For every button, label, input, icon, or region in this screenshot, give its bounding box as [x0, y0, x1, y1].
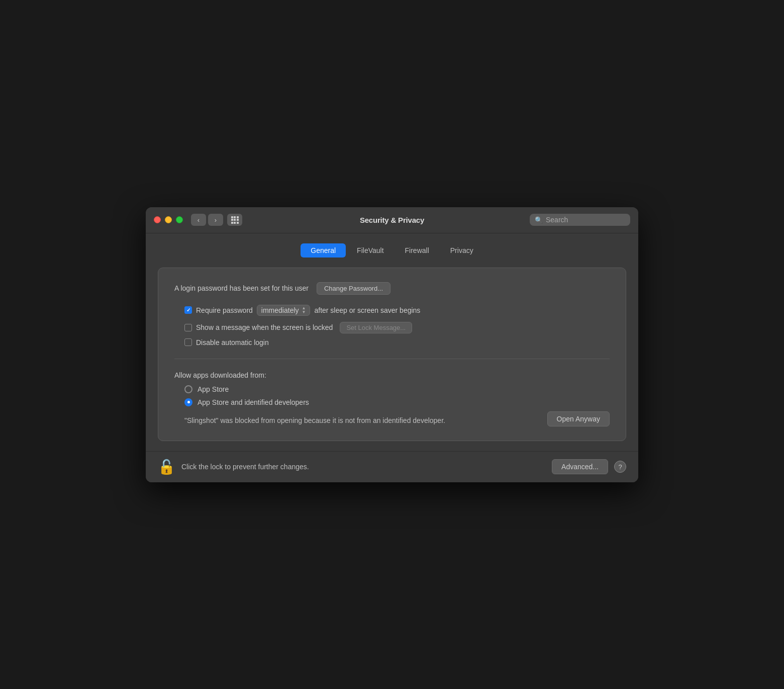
tab-privacy[interactable]: Privacy [440, 243, 483, 257]
disable-login-label: Disable automatic login [196, 338, 269, 347]
change-password-button[interactable]: Change Password... [317, 282, 390, 295]
allow-apps-section: Allow apps downloaded from: App Store Ap… [174, 371, 610, 426]
general-panel: A login password has been set for this u… [158, 268, 626, 441]
window-title: Security & Privacy [360, 216, 424, 224]
require-password-prefix: Require password [196, 306, 253, 314]
show-message-label: Show a message when the screen is locked [196, 323, 333, 331]
disable-login-row: Disable automatic login [174, 338, 610, 347]
app-store-identified-label: App Store and identified developers [198, 398, 309, 406]
password-timing-value: immediately [261, 306, 299, 314]
require-password-checkbox[interactable] [184, 306, 192, 314]
nav-buttons: ‹ › [191, 214, 242, 226]
grid-icon [231, 216, 239, 224]
dropdown-arrows-icon: ▲ ▼ [302, 306, 306, 314]
maximize-button[interactable] [176, 216, 183, 223]
show-message-checkbox[interactable] [184, 324, 192, 331]
app-store-label: App Store [198, 385, 229, 393]
search-input[interactable] [546, 216, 625, 224]
app-store-radio-row: App Store [174, 385, 610, 393]
titlebar: ‹ › Security & Privacy 🔍 [146, 207, 638, 233]
tab-firewall[interactable]: Firewall [395, 243, 439, 257]
grid-button[interactable] [227, 214, 242, 226]
password-timing-dropdown[interactable]: immediately ▲ ▼ [257, 305, 311, 316]
minimize-button[interactable] [165, 216, 172, 223]
app-store-radio[interactable] [184, 385, 192, 393]
main-content: General FileVault Firewall Privacy A log… [146, 233, 638, 451]
password-label: A login password has been set for this u… [174, 284, 309, 292]
app-store-identified-radio-row: App Store and identified developers [174, 398, 610, 406]
security-privacy-window: ‹ › Security & Privacy 🔍 General FileVau… [146, 207, 638, 482]
blocked-message: "Slingshot" was blocked from opening bec… [184, 411, 445, 426]
search-icon: 🔍 [535, 216, 543, 224]
forward-button[interactable]: › [208, 214, 223, 226]
close-button[interactable] [154, 216, 161, 223]
password-section: A login password has been set for this u… [174, 282, 610, 295]
lock-text: Click the lock to prevent further change… [181, 463, 546, 471]
open-anyway-button[interactable]: Open Anyway [547, 411, 610, 426]
set-lock-message-button[interactable]: Set Lock Message... [340, 322, 412, 333]
bottom-bar: 🔓 Click the lock to prevent further chan… [146, 451, 638, 482]
search-box[interactable]: 🔍 [530, 214, 630, 226]
allow-apps-title: Allow apps downloaded from: [174, 371, 610, 379]
require-password-suffix: after sleep or screen saver begins [314, 306, 420, 314]
disable-login-checkbox[interactable] [184, 338, 192, 346]
blocked-app-row: "Slingshot" was blocked from opening bec… [174, 411, 610, 426]
back-button[interactable]: ‹ [191, 214, 206, 226]
advanced-button[interactable]: Advanced... [552, 459, 608, 474]
tab-general[interactable]: General [301, 243, 346, 257]
traffic-lights [154, 216, 183, 223]
lock-icon[interactable]: 🔓 [158, 459, 175, 475]
tabs: General FileVault Firewall Privacy [158, 243, 626, 257]
help-button[interactable]: ? [614, 461, 626, 473]
require-password-row: Require password immediately ▲ ▼ after s… [174, 305, 610, 316]
show-message-row: Show a message when the screen is locked… [174, 322, 610, 333]
blocked-message-text: "Slingshot" was blocked from opening bec… [184, 415, 445, 426]
app-store-identified-radio[interactable] [184, 398, 192, 406]
tab-filevault[interactable]: FileVault [347, 243, 394, 257]
section-divider [174, 359, 610, 359]
